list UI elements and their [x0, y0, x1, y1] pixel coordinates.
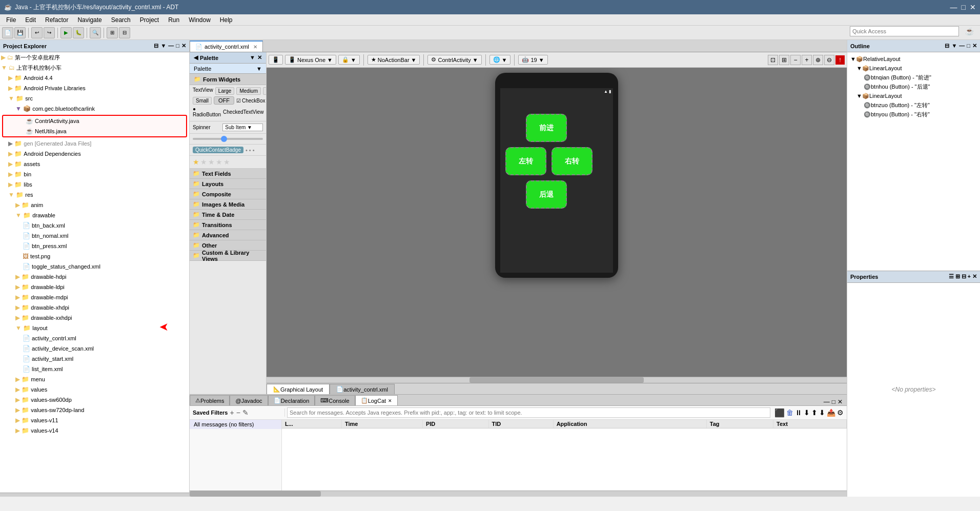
pe-close-icon[interactable]: ✕ [181, 43, 186, 49]
palette-close-icon[interactable]: ✕ [257, 54, 262, 61]
new-button[interactable]: 📄 [2, 27, 13, 38]
slider-thumb[interactable] [221, 136, 227, 142]
tree-item-android-deps[interactable]: ▶ 📁 Android Dependencies [0, 149, 189, 159]
palette-section-custom[interactable]: 📁 Custom & Library Views [190, 251, 266, 261]
pe-menu-icon[interactable]: ▼ [160, 43, 166, 49]
tab-logcat[interactable]: 📋 LogCat ✕ [355, 395, 398, 405]
add-filter-btn[interactable]: + [230, 408, 234, 417]
qcb-label[interactable]: QuickContactBadge [193, 147, 243, 153]
outline-relativelayout[interactable]: ▼ 📦 RelativeLayout [849, 54, 978, 64]
menu-navigate[interactable]: Navigate [73, 15, 106, 25]
undo-button[interactable]: ↩ [31, 27, 43, 38]
log-hscroll-thumb[interactable] [190, 491, 321, 497]
redo-button[interactable]: ↪ [44, 27, 55, 38]
outline-btnyou[interactable]: 🔘 btnyou (Button) - "右转" [849, 110, 978, 119]
zoom-in2-btn[interactable]: ⊕ [813, 55, 823, 65]
zoom-out2-btn[interactable]: ⊖ [824, 55, 834, 65]
menu-refactor[interactable]: Refactor [41, 15, 72, 25]
export-icon[interactable]: 📤 [827, 408, 835, 417]
outline-collapse-icon[interactable]: ⊟ [945, 43, 949, 49]
tree-item-activity-start[interactable]: 📄 activity_start.xml [0, 354, 189, 364]
tree-item-src[interactable]: ▼ 📁 src [0, 93, 189, 104]
api-level-selector[interactable]: 🤖 19 ▼ [518, 55, 547, 65]
logcat-close-icon[interactable]: ✕ [388, 398, 392, 403]
tree-item-btn-press[interactable]: 📄 btn_press.xml [0, 241, 189, 251]
tree-item-drawable-xhdpi[interactable]: ▶ 📁 drawable-xhdpi [0, 302, 189, 313]
tab-graphical-layout[interactable]: 📐 Graphical Layout [267, 384, 330, 394]
pause-icon[interactable]: ⏸ [795, 408, 802, 417]
menu-edit[interactable]: Edit [21, 15, 40, 25]
checkedtextview-widget[interactable]: CheckedTextView [223, 109, 263, 115]
menu-project[interactable]: Project [136, 15, 163, 25]
minimize-button[interactable]: — [950, 3, 957, 11]
star-1[interactable]: ★ [193, 158, 199, 166]
tree-item-values-v11[interactable]: ▶ 📁 values-v11 [0, 415, 189, 425]
star-3[interactable]: ★ [208, 158, 215, 166]
run-button[interactable]: ▶ [60, 27, 72, 38]
form-widgets-header[interactable]: 📁 Form Widgets [190, 74, 266, 85]
tree-item-android44[interactable]: ▶ 📁 Android 4.4 [0, 73, 189, 83]
palette-section-time-date[interactable]: 📁 Time & Date [190, 210, 266, 220]
slider-track[interactable] [193, 138, 263, 140]
tree-item-bin[interactable]: ▶ 📁 bin [0, 169, 189, 179]
canvas-hscroll-thumb[interactable] [469, 377, 644, 383]
tree-item-activity-contrl[interactable]: 📄 activity_contrl.xml [0, 333, 189, 343]
prop-icon-5[interactable]: ✕ [972, 273, 977, 280]
prop-icon-3[interactable]: ⊟ [962, 273, 966, 280]
tree-item-gen[interactable]: ▶ 📁 gen [Generated Java Files] [0, 138, 189, 149]
tab-xml-source[interactable]: 📄 activity_contrl.xml [330, 384, 395, 394]
palette-section-textfields[interactable]: 📁 Text Fields [190, 169, 266, 179]
tree-item-test-png[interactable]: 🖼 test.png [0, 251, 189, 261]
tree-item-menu[interactable]: ▶ 📁 menu [0, 374, 189, 384]
tree-item-netutils[interactable]: ☕ NetUtils.java [3, 126, 186, 136]
activity-selector[interactable]: ⚙ ContrlActivity ▼ [427, 55, 481, 65]
scroll-icon[interactable]: ⬇ [804, 408, 810, 417]
prop-icon-4[interactable]: + [968, 273, 971, 280]
menu-help[interactable]: Help [216, 15, 237, 25]
off-toggle[interactable]: OFF [214, 96, 234, 105]
tab-declaration[interactable]: 📄 Declaration [268, 395, 315, 405]
tree-item-anim[interactable]: ▶ 📁 anim [0, 200, 189, 210]
bottom-close-icon[interactable]: ✕ [838, 398, 843, 405]
tree-item-root1[interactable]: ▶ 🗂 第一个安卓批程序 [0, 52, 189, 63]
outline-btnhou[interactable]: 🔘 btnhou (Button) - "后退" [849, 82, 978, 91]
tree-item-libs[interactable]: ▶ 📁 libs [0, 179, 189, 190]
tree-item-contrlactivity[interactable]: ☕ ContrlActivity.java [3, 116, 186, 126]
outline-linearlayout-1[interactable]: ▼ 📦 LinearLayout [849, 64, 978, 73]
clear-icon[interactable]: 🗑 [786, 408, 793, 417]
small-button[interactable]: Small [193, 97, 212, 105]
window-controls[interactable]: — □ ✕ [950, 3, 976, 11]
pe-hscroll[interactable] [0, 493, 189, 497]
btn-right[interactable]: 右转 [552, 147, 593, 175]
tree-item-values-sw600dp[interactable]: ▶ 📁 values-sw600dp [0, 395, 189, 405]
debug-button[interactable]: 🐛 [73, 27, 84, 38]
up-icon[interactable]: ⬆ [811, 408, 818, 417]
tree-item-values-v14[interactable]: ▶ 📁 values-v14 [0, 425, 189, 436]
error-indicator[interactable]: ! [835, 55, 845, 65]
tree-item-drawable-mdpi[interactable]: ▶ 📁 drawable-mdpi [0, 292, 189, 302]
tree-item-values[interactable]: ▶ 📁 values [0, 384, 189, 395]
edit-filter-btn[interactable]: ✎ [242, 408, 249, 417]
tab-console[interactable]: ⌨ Console [315, 395, 355, 405]
prop-icon-1[interactable]: ☰ [949, 273, 954, 280]
btn-back[interactable]: 后退 [526, 180, 567, 209]
down-icon[interactable]: ⬇ [819, 408, 825, 417]
btn-left[interactable]: 左转 [505, 147, 546, 175]
tree-item-btn-back[interactable]: 📄 btn_back.xml [0, 220, 189, 231]
perspective2-button[interactable]: ⊟ [119, 27, 130, 38]
palette-section-composite[interactable]: 📁 Composite [190, 189, 266, 199]
menu-file[interactable]: File [2, 15, 20, 25]
palette-nav-left[interactable]: ◀ [194, 54, 198, 61]
bottom-minimize-icon[interactable]: — [824, 398, 830, 405]
palette-section-images-media[interactable]: 📁 Images & Media [190, 199, 266, 210]
btn-forward[interactable]: 前进 [526, 114, 567, 142]
outline-linearlayout-2[interactable]: ▼ 📦 LinearLayout [849, 91, 978, 100]
outline-maximize-icon[interactable]: □ [967, 43, 970, 49]
star-4[interactable]: ★ [216, 158, 222, 166]
tree-item-drawable-ldpi[interactable]: ▶ 📁 drawable-ldpi [0, 282, 189, 292]
outline-btnqian[interactable]: 🔘 btnqian (Button) - "前进" [849, 73, 978, 82]
tree-item-list-item[interactable]: 📄 list_item.xml [0, 364, 189, 374]
tab-activity-contrl-xml[interactable]: 📄 activity_contrl.xml ✕ [190, 40, 263, 52]
outline-btnzuo[interactable]: 🔘 btnzuo (Button) - "左转" [849, 100, 978, 110]
tree-item-res[interactable]: ▼ 📁 res [0, 190, 189, 200]
